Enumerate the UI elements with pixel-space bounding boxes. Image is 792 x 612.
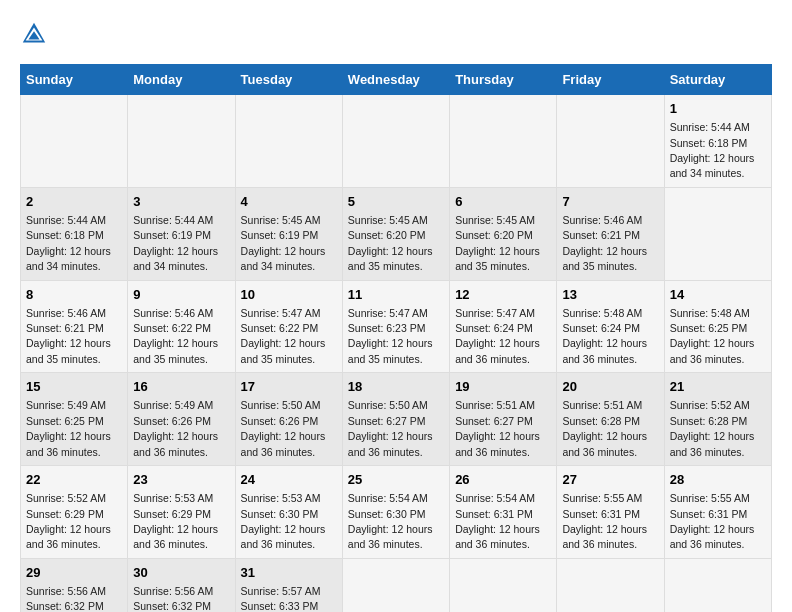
day-info: Sunrise: 5:44 AM Sunset: 6:19 PM Dayligh… bbox=[133, 214, 218, 272]
calendar-week-row: 1Sunrise: 5:44 AM Sunset: 6:18 PM Daylig… bbox=[21, 95, 772, 188]
day-number: 23 bbox=[133, 471, 229, 489]
day-info: Sunrise: 5:50 AM Sunset: 6:26 PM Dayligh… bbox=[241, 399, 326, 457]
calendar-day-cell: 10Sunrise: 5:47 AM Sunset: 6:22 PM Dayli… bbox=[235, 280, 342, 373]
day-info: Sunrise: 5:56 AM Sunset: 6:32 PM Dayligh… bbox=[26, 585, 111, 612]
day-number: 30 bbox=[133, 564, 229, 582]
page-header bbox=[20, 20, 772, 48]
day-info: Sunrise: 5:47 AM Sunset: 6:23 PM Dayligh… bbox=[348, 307, 433, 365]
calendar-day-cell: 25Sunrise: 5:54 AM Sunset: 6:30 PM Dayli… bbox=[342, 466, 449, 559]
calendar-day-cell: 13Sunrise: 5:48 AM Sunset: 6:24 PM Dayli… bbox=[557, 280, 664, 373]
header-day: Sunday bbox=[21, 65, 128, 95]
calendar-week-row: 15Sunrise: 5:49 AM Sunset: 6:25 PM Dayli… bbox=[21, 373, 772, 466]
header-day: Tuesday bbox=[235, 65, 342, 95]
calendar-day-cell: 20Sunrise: 5:51 AM Sunset: 6:28 PM Dayli… bbox=[557, 373, 664, 466]
day-info: Sunrise: 5:45 AM Sunset: 6:19 PM Dayligh… bbox=[241, 214, 326, 272]
calendar-table: SundayMondayTuesdayWednesdayThursdayFrid… bbox=[20, 64, 772, 612]
day-info: Sunrise: 5:49 AM Sunset: 6:26 PM Dayligh… bbox=[133, 399, 218, 457]
calendar-body: 1Sunrise: 5:44 AM Sunset: 6:18 PM Daylig… bbox=[21, 95, 772, 613]
day-number: 12 bbox=[455, 286, 551, 304]
calendar-day-cell: 3Sunrise: 5:44 AM Sunset: 6:19 PM Daylig… bbox=[128, 187, 235, 280]
calendar-week-row: 22Sunrise: 5:52 AM Sunset: 6:29 PM Dayli… bbox=[21, 466, 772, 559]
day-info: Sunrise: 5:48 AM Sunset: 6:24 PM Dayligh… bbox=[562, 307, 647, 365]
day-info: Sunrise: 5:52 AM Sunset: 6:28 PM Dayligh… bbox=[670, 399, 755, 457]
calendar-day-cell: 5Sunrise: 5:45 AM Sunset: 6:20 PM Daylig… bbox=[342, 187, 449, 280]
day-info: Sunrise: 5:44 AM Sunset: 6:18 PM Dayligh… bbox=[670, 121, 755, 179]
calendar-day-cell bbox=[342, 95, 449, 188]
calendar-day-cell bbox=[557, 95, 664, 188]
calendar-day-cell: 22Sunrise: 5:52 AM Sunset: 6:29 PM Dayli… bbox=[21, 466, 128, 559]
day-number: 21 bbox=[670, 378, 766, 396]
calendar-week-row: 2Sunrise: 5:44 AM Sunset: 6:18 PM Daylig… bbox=[21, 187, 772, 280]
day-info: Sunrise: 5:51 AM Sunset: 6:27 PM Dayligh… bbox=[455, 399, 540, 457]
day-info: Sunrise: 5:49 AM Sunset: 6:25 PM Dayligh… bbox=[26, 399, 111, 457]
day-number: 6 bbox=[455, 193, 551, 211]
day-number: 9 bbox=[133, 286, 229, 304]
day-number: 7 bbox=[562, 193, 658, 211]
calendar-day-cell: 1Sunrise: 5:44 AM Sunset: 6:18 PM Daylig… bbox=[664, 95, 771, 188]
calendar-day-cell bbox=[664, 187, 771, 280]
calendar-day-cell: 9Sunrise: 5:46 AM Sunset: 6:22 PM Daylig… bbox=[128, 280, 235, 373]
calendar-day-cell bbox=[450, 558, 557, 612]
day-number: 1 bbox=[670, 100, 766, 118]
calendar-day-cell: 31Sunrise: 5:57 AM Sunset: 6:33 PM Dayli… bbox=[235, 558, 342, 612]
day-info: Sunrise: 5:52 AM Sunset: 6:29 PM Dayligh… bbox=[26, 492, 111, 550]
calendar-day-cell: 7Sunrise: 5:46 AM Sunset: 6:21 PM Daylig… bbox=[557, 187, 664, 280]
day-number: 4 bbox=[241, 193, 337, 211]
day-number: 31 bbox=[241, 564, 337, 582]
day-info: Sunrise: 5:47 AM Sunset: 6:22 PM Dayligh… bbox=[241, 307, 326, 365]
calendar-day-cell: 28Sunrise: 5:55 AM Sunset: 6:31 PM Dayli… bbox=[664, 466, 771, 559]
calendar-day-cell: 12Sunrise: 5:47 AM Sunset: 6:24 PM Dayli… bbox=[450, 280, 557, 373]
header-day: Wednesday bbox=[342, 65, 449, 95]
day-info: Sunrise: 5:47 AM Sunset: 6:24 PM Dayligh… bbox=[455, 307, 540, 365]
day-number: 22 bbox=[26, 471, 122, 489]
day-number: 26 bbox=[455, 471, 551, 489]
day-info: Sunrise: 5:48 AM Sunset: 6:25 PM Dayligh… bbox=[670, 307, 755, 365]
logo-icon bbox=[20, 20, 48, 48]
day-number: 20 bbox=[562, 378, 658, 396]
day-number: 10 bbox=[241, 286, 337, 304]
calendar-day-cell: 14Sunrise: 5:48 AM Sunset: 6:25 PM Dayli… bbox=[664, 280, 771, 373]
header-day: Saturday bbox=[664, 65, 771, 95]
day-number: 2 bbox=[26, 193, 122, 211]
calendar-day-cell: 16Sunrise: 5:49 AM Sunset: 6:26 PM Dayli… bbox=[128, 373, 235, 466]
calendar-day-cell: 19Sunrise: 5:51 AM Sunset: 6:27 PM Dayli… bbox=[450, 373, 557, 466]
calendar-day-cell: 30Sunrise: 5:56 AM Sunset: 6:32 PM Dayli… bbox=[128, 558, 235, 612]
calendar-day-cell: 24Sunrise: 5:53 AM Sunset: 6:30 PM Dayli… bbox=[235, 466, 342, 559]
calendar-day-cell: 23Sunrise: 5:53 AM Sunset: 6:29 PM Dayli… bbox=[128, 466, 235, 559]
day-number: 8 bbox=[26, 286, 122, 304]
day-info: Sunrise: 5:56 AM Sunset: 6:32 PM Dayligh… bbox=[133, 585, 218, 612]
header-row: SundayMondayTuesdayWednesdayThursdayFrid… bbox=[21, 65, 772, 95]
calendar-header: SundayMondayTuesdayWednesdayThursdayFrid… bbox=[21, 65, 772, 95]
day-info: Sunrise: 5:45 AM Sunset: 6:20 PM Dayligh… bbox=[348, 214, 433, 272]
calendar-day-cell bbox=[450, 95, 557, 188]
day-number: 19 bbox=[455, 378, 551, 396]
day-info: Sunrise: 5:45 AM Sunset: 6:20 PM Dayligh… bbox=[455, 214, 540, 272]
calendar-day-cell: 4Sunrise: 5:45 AM Sunset: 6:19 PM Daylig… bbox=[235, 187, 342, 280]
calendar-day-cell: 11Sunrise: 5:47 AM Sunset: 6:23 PM Dayli… bbox=[342, 280, 449, 373]
day-number: 11 bbox=[348, 286, 444, 304]
day-info: Sunrise: 5:46 AM Sunset: 6:21 PM Dayligh… bbox=[562, 214, 647, 272]
day-number: 15 bbox=[26, 378, 122, 396]
day-number: 27 bbox=[562, 471, 658, 489]
calendar-day-cell: 21Sunrise: 5:52 AM Sunset: 6:28 PM Dayli… bbox=[664, 373, 771, 466]
header-day: Monday bbox=[128, 65, 235, 95]
day-number: 29 bbox=[26, 564, 122, 582]
day-info: Sunrise: 5:55 AM Sunset: 6:31 PM Dayligh… bbox=[562, 492, 647, 550]
calendar-week-row: 8Sunrise: 5:46 AM Sunset: 6:21 PM Daylig… bbox=[21, 280, 772, 373]
calendar-day-cell: 27Sunrise: 5:55 AM Sunset: 6:31 PM Dayli… bbox=[557, 466, 664, 559]
day-info: Sunrise: 5:57 AM Sunset: 6:33 PM Dayligh… bbox=[241, 585, 326, 612]
calendar-day-cell bbox=[664, 558, 771, 612]
day-number: 28 bbox=[670, 471, 766, 489]
day-info: Sunrise: 5:54 AM Sunset: 6:30 PM Dayligh… bbox=[348, 492, 433, 550]
logo bbox=[20, 20, 52, 48]
day-info: Sunrise: 5:55 AM Sunset: 6:31 PM Dayligh… bbox=[670, 492, 755, 550]
calendar-day-cell: 6Sunrise: 5:45 AM Sunset: 6:20 PM Daylig… bbox=[450, 187, 557, 280]
day-number: 25 bbox=[348, 471, 444, 489]
day-info: Sunrise: 5:54 AM Sunset: 6:31 PM Dayligh… bbox=[455, 492, 540, 550]
calendar-day-cell bbox=[342, 558, 449, 612]
day-info: Sunrise: 5:51 AM Sunset: 6:28 PM Dayligh… bbox=[562, 399, 647, 457]
day-info: Sunrise: 5:50 AM Sunset: 6:27 PM Dayligh… bbox=[348, 399, 433, 457]
calendar-day-cell bbox=[128, 95, 235, 188]
day-info: Sunrise: 5:53 AM Sunset: 6:29 PM Dayligh… bbox=[133, 492, 218, 550]
calendar-day-cell: 18Sunrise: 5:50 AM Sunset: 6:27 PM Dayli… bbox=[342, 373, 449, 466]
